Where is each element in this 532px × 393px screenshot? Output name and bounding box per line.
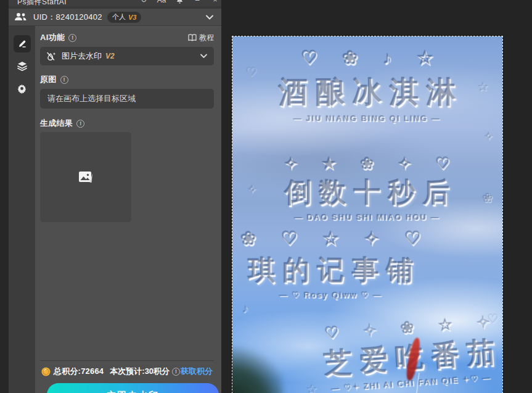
info-icon[interactable]: ! xyxy=(60,76,68,84)
faint-doodle: ✧ xyxy=(484,129,494,144)
tool-layers-button[interactable] xyxy=(14,57,31,75)
tool-edit-button[interactable] xyxy=(14,35,31,52)
watermark-remove-icon xyxy=(46,51,57,62)
watermark-doodles: ❀ ♡ ☆ ✧ ♡ xyxy=(232,223,437,254)
info-icon[interactable]: ! xyxy=(68,34,76,42)
document-canvas[interactable]: ♡ ☆ ✧ ❀ ♪ ♡ ☆ ✧ ♡ ❀ ♪ ☆ 酒酿冰淇淋 — JIU NIAN… xyxy=(232,36,503,393)
photoshop-canvas-area[interactable]: ♡ ☆ ✧ ❀ ♪ ♡ ☆ ✧ ♡ ❀ ♪ ☆ 酒酿冰淇淋 — JIU NIAN… xyxy=(221,0,532,393)
tool-settings-button[interactable] xyxy=(14,80,31,97)
uid-value: UID：8240120402 xyxy=(33,12,102,23)
chevron-down-icon xyxy=(205,15,214,20)
watermark-title: 琪的记事铺 xyxy=(232,254,437,287)
result-label: 生成结果 xyxy=(40,118,73,129)
plan-version-badge: V3 xyxy=(128,14,136,21)
close-icon[interactable]: × xyxy=(210,0,220,4)
chevron-down-icon xyxy=(200,54,208,59)
dropdown-version-tag: V2 xyxy=(105,52,115,60)
info-icon[interactable]: ! xyxy=(172,368,180,376)
startai-plugin-panel: Ps插件StartAI ↻ Aa – × UID：8240120402 个人 V… xyxy=(9,0,221,393)
panel-title: Ps插件StartAI xyxy=(17,0,67,6)
watermark-group: ❀ ♡ ☆ ✧ ♡ 琪的记事铺 — ♡ Rosy Qiww ♡ — xyxy=(232,223,437,300)
pencil-icon xyxy=(17,39,27,49)
get-points-link[interactable]: 获取积分 xyxy=(181,366,213,377)
plan-badge: 个人 V3 xyxy=(107,12,141,23)
photoshop-dock-edge xyxy=(0,0,9,393)
book-icon xyxy=(188,34,197,41)
panel-content: AI功能 ! 教程 图片去水印 V2 xyxy=(35,26,221,393)
watermark-title: 倒数十秒后 xyxy=(232,176,502,209)
watermark-group: ♡ ✧ ❀ ☆ ✧ 芝爱吃番茄 — ♡✦ ZHI AI CHI FAN QIE … xyxy=(305,307,502,393)
source-region-input[interactable] xyxy=(40,89,214,109)
layers-icon xyxy=(17,60,28,72)
watermark-doodles: ♡ ❀ ♪ ☆ xyxy=(232,41,502,75)
dropdown-value: 图片去水印 xyxy=(62,51,102,62)
watermark-title: 酒酿冰淇淋 xyxy=(232,75,502,110)
users-icon xyxy=(14,12,28,22)
watermark-group: ✧ ★ ❀ ✧ ♡ 倒数十秒后 — DAO SHU SHI MIAO HOU — xyxy=(232,151,502,222)
faint-doodle: ♪ xyxy=(242,302,248,316)
points-row: 总积分:72664 本次预计:30积分 ! 获取积分 xyxy=(40,361,214,382)
coin-icon xyxy=(41,367,51,376)
refresh-icon[interactable]: ↻ xyxy=(139,0,149,4)
tutorial-button[interactable]: 教程 xyxy=(188,33,214,43)
text-size-icon[interactable]: Aa xyxy=(157,0,166,4)
notification-icon[interactable] xyxy=(174,0,184,4)
image-placeholder-icon xyxy=(77,170,94,184)
panel-titlebar: Ps插件StartAI ↻ Aa – × xyxy=(9,0,221,6)
info-icon[interactable]: ! xyxy=(76,120,84,128)
tree-foliage xyxy=(232,343,283,393)
remove-watermark-button[interactable]: 立即去水印 xyxy=(47,383,219,393)
minimize-icon[interactable]: – xyxy=(192,0,202,4)
watermark-subtitle: — DAO SHU SHI MIAO HOU — xyxy=(232,213,502,222)
sky-photo: ♡ ☆ ✧ ❀ ♪ ♡ ☆ ✧ ♡ ❀ ♪ ☆ 酒酿冰淇淋 — JIU NIAN… xyxy=(232,36,502,393)
gear-icon xyxy=(17,83,27,94)
watermark-group: ♡ ❀ ♪ ☆ 酒酿冰淇淋 — JIU NIANG BING QI LING — xyxy=(232,41,502,123)
source-label: 原图 xyxy=(40,74,57,85)
total-points: 总积分:72664 xyxy=(54,366,104,377)
watermark-doodles: ✧ ★ ❀ ✧ ♡ xyxy=(232,151,502,176)
watermark-subtitle: — JIU NIANG BING QI LING — xyxy=(232,114,502,123)
tool-strip xyxy=(9,26,35,393)
ai-function-label: AI功能 xyxy=(40,32,65,43)
ai-function-dropdown[interactable]: 图片去水印 V2 xyxy=(40,47,214,65)
account-row[interactable]: UID：8240120402 个人 V3 xyxy=(9,9,221,26)
result-preview-box xyxy=(40,132,131,222)
watermark-subtitle: — ♡ Rosy Qiww ♡ — xyxy=(232,291,437,300)
estimate-points: 本次预计:30积分 xyxy=(110,366,170,377)
